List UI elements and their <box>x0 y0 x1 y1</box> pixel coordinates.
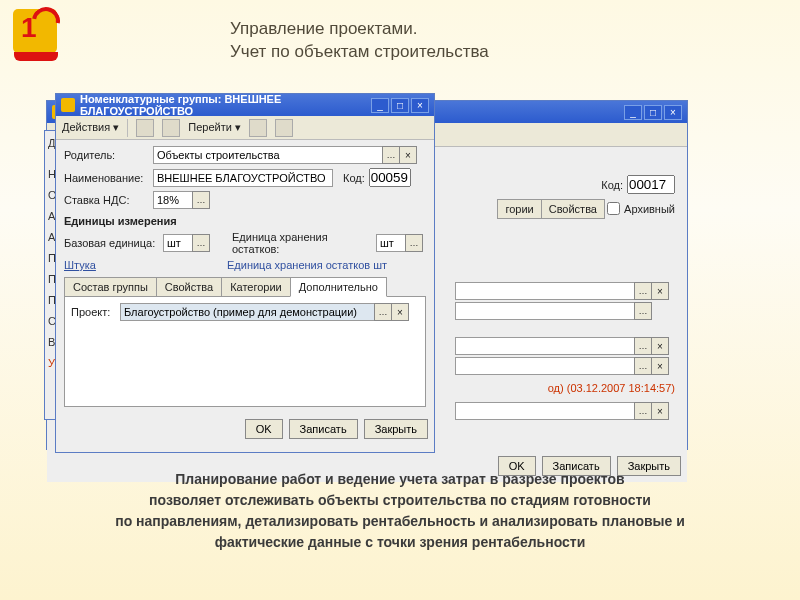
page-title-line1: Управление проектами.Учет по объектам ст… <box>230 19 489 61</box>
project-input[interactable] <box>120 303 375 321</box>
project-label: Проект: <box>71 306 116 318</box>
parent-label: Родитель: <box>64 149 149 161</box>
help-icon[interactable] <box>275 119 293 137</box>
titlebar-text: Номенклатурные группы: ВНЕШНЕЕ БЛАГОУСТР… <box>80 93 371 117</box>
kod-label: Код: <box>601 179 623 191</box>
storage-unit-input[interactable] <box>376 234 406 252</box>
titlebar-icon <box>61 98 75 112</box>
picker-icon[interactable]: … <box>192 191 210 209</box>
tab-properties[interactable]: Свойства <box>156 277 222 297</box>
footer-buttons: OK Записать Закрыть <box>56 413 434 445</box>
archive-label: Архивный <box>624 203 675 215</box>
tab-body: Проект: … × <box>64 297 426 407</box>
close-button[interactable]: Закрыть <box>364 419 428 439</box>
caption-line-1: Планирование работ и ведение учета затра… <box>70 470 730 489</box>
clear-icon[interactable]: × <box>651 337 669 355</box>
clear-icon[interactable]: × <box>391 303 409 321</box>
ok-button[interactable]: OK <box>245 419 283 439</box>
toolbar-icon-2[interactable] <box>162 119 180 137</box>
name-input[interactable] <box>153 169 333 187</box>
caption-block: Планирование работ и ведение учета затра… <box>70 470 730 554</box>
storage-unit-label: Единица хранения остатков: <box>232 231 372 255</box>
save-button[interactable]: Записать <box>289 419 358 439</box>
picker-icon[interactable]: … <box>634 302 652 320</box>
picker-icon[interactable]: … <box>634 337 652 355</box>
logo-1c: 1 <box>10 6 62 56</box>
bg-field-2[interactable] <box>455 302 635 320</box>
minimize-button[interactable]: _ <box>371 98 389 113</box>
picker-icon[interactable]: … <box>634 282 652 300</box>
vat-input[interactable] <box>153 191 193 209</box>
goto-menu[interactable]: Перейти ▾ <box>188 121 241 134</box>
maximize-button[interactable]: □ <box>644 105 662 120</box>
picker-icon[interactable]: … <box>634 402 652 420</box>
close-button[interactable]: × <box>411 98 429 113</box>
tab-group-content[interactable]: Состав группы <box>64 277 157 297</box>
clear-icon[interactable]: × <box>651 402 669 420</box>
units-title: Единицы измерения <box>64 215 426 227</box>
picker-icon[interactable]: … <box>382 146 400 164</box>
caption-line-4: фактические данные с точки зрения рентаб… <box>70 533 730 552</box>
toolbar-icon-1[interactable] <box>136 119 154 137</box>
caption-line-2: позволяет отслеживать объекты строительс… <box>70 491 730 510</box>
archive-checkbox[interactable] <box>607 202 620 215</box>
titlebar-front[interactable]: Номенклатурные группы: ВНЕШНЕЕ БЛАГОУСТР… <box>56 94 434 116</box>
clear-icon[interactable]: × <box>651 282 669 300</box>
bg-field-5[interactable] <box>455 402 635 420</box>
maximize-button[interactable]: □ <box>391 98 409 113</box>
actions-menu[interactable]: Действия ▾ <box>62 121 119 134</box>
close-button[interactable]: × <box>664 105 682 120</box>
base-unit-label: Базовая единица: <box>64 237 159 249</box>
kod-input[interactable] <box>627 175 675 194</box>
tab-categories[interactable]: Категории <box>221 277 291 297</box>
bg-field-3[interactable] <box>455 337 635 355</box>
tab-categories-bg[interactable]: гории <box>497 199 541 219</box>
tab-properties-bg[interactable]: Свойства <box>541 199 605 219</box>
clear-icon[interactable]: × <box>399 146 417 164</box>
toolbar-front: Действия ▾ Перейти ▾ <box>56 116 434 140</box>
clear-icon[interactable]: × <box>651 357 669 375</box>
name-label: Наименование: <box>64 172 149 184</box>
page-title: Управление проектами.Учет по объектам ст… <box>230 18 730 64</box>
bg-field-1[interactable] <box>455 282 635 300</box>
picker-icon[interactable]: … <box>192 234 210 252</box>
kod-label: Код: <box>343 172 365 184</box>
base-unit-input[interactable] <box>163 234 193 252</box>
storage-note: Единица хранения остатков шт <box>227 259 387 271</box>
picker-icon[interactable]: … <box>405 234 423 252</box>
minimize-button[interactable]: _ <box>624 105 642 120</box>
piece-link[interactable]: Штука <box>64 259 159 271</box>
tabs: Состав группы Свойства Категории Дополни… <box>64 277 426 297</box>
caption-line-3: по направлениям, детализировать рентабел… <box>70 512 730 531</box>
toolbar-icon-3[interactable] <box>249 119 267 137</box>
vat-label: Ставка НДС: <box>64 194 149 206</box>
picker-icon[interactable]: … <box>634 357 652 375</box>
picker-icon[interactable]: … <box>374 303 392 321</box>
bg-field-4[interactable] <box>455 357 635 375</box>
window-nomenclature-group: Номенклатурные группы: ВНЕШНЕЕ БЛАГОУСТР… <box>55 93 435 453</box>
kod-input[interactable] <box>369 168 411 187</box>
tab-additional[interactable]: Дополнительно <box>290 277 387 297</box>
parent-input[interactable] <box>153 146 383 164</box>
red-note: од) (03.12.2007 18:14:57) <box>548 382 675 394</box>
bg-tabs: гории Свойства <box>498 199 605 219</box>
